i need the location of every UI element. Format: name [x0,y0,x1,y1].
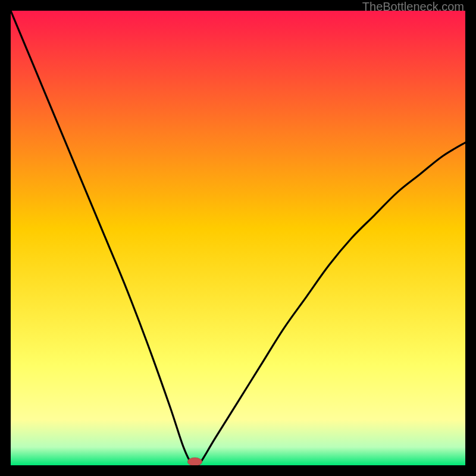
plot-area [11,11,465,465]
chart-frame: TheBottleneck.com [0,0,476,476]
bottleneck-chart [11,11,465,465]
watermark-text: TheBottleneck.com [362,0,464,14]
gradient-background [11,11,465,465]
optimal-point-marker [187,458,202,465]
